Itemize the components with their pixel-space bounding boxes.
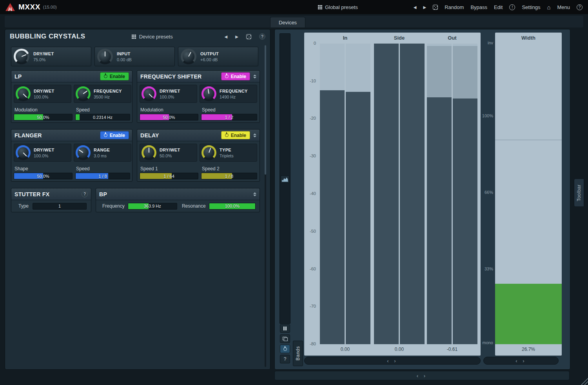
- master-output-knob[interactable]: [181, 49, 196, 64]
- module-stepper[interactable]: [253, 75, 256, 78]
- width-meter-header: Width: [495, 35, 562, 41]
- lp-speed-slider[interactable]: 0.2314 Hz: [75, 114, 130, 120]
- delay-speed2-slider[interactable]: 1 / 8: [201, 173, 257, 179]
- meter-panel: ? Bands In Side Out 0 -10 -20 -30 -40 -5…: [274, 29, 570, 370]
- pause-button[interactable]: [280, 324, 290, 333]
- db-scale-label: -50: [304, 229, 316, 234]
- tab-toolbar-label: Toolbar: [576, 184, 582, 201]
- width-meter-display[interactable]: Width 26.7%: [495, 33, 562, 356]
- edit-button[interactable]: Edit: [494, 4, 503, 10]
- flanger-drywet-knob[interactable]: [16, 145, 31, 160]
- device-presets-button[interactable]: Device presets: [132, 34, 173, 40]
- lp-enable-button[interactable]: Enable: [100, 72, 129, 80]
- lp-frequency-knob[interactable]: [76, 86, 91, 101]
- bottom-scrollbar[interactable]: ‹ ›: [274, 371, 570, 380]
- dice-icon[interactable]: [246, 34, 251, 39]
- bp-frequency-slider[interactable]: 363.9 Hz: [128, 203, 177, 210]
- resize-grip[interactable]: [579, 376, 588, 385]
- tab-toolbar[interactable]: Toolbar: [574, 179, 584, 207]
- help-icon[interactable]: ?: [577, 4, 583, 10]
- scroll-arrows: ‹ ›: [515, 358, 526, 364]
- flanger-enable-button[interactable]: Enable: [100, 131, 129, 139]
- master-output-group: OUTPUT +6.00 dB: [178, 47, 258, 66]
- bp-resonance-slider[interactable]: 100.0%: [209, 203, 256, 210]
- slider-label: Resonance: [182, 203, 206, 209]
- help-icon[interactable]: ?: [259, 33, 265, 40]
- stutter-type-slider[interactable]: 1: [33, 203, 87, 210]
- tab-devices[interactable]: Devices: [270, 17, 305, 27]
- frequency-shifter-module-header[interactable]: FREQUENCY SHIFTER Enable: [137, 71, 260, 82]
- scrollbar-thumb[interactable]: [265, 45, 266, 175]
- bypass-button[interactable]: Bypass: [470, 4, 487, 10]
- bp-module-header[interactable]: BP: [96, 188, 260, 200]
- flanger-range-knob[interactable]: [76, 145, 91, 160]
- width-scale-label: 66%: [481, 190, 493, 195]
- in-peak-readout[interactable]: 0.00: [320, 347, 370, 352]
- module-title: BP: [99, 191, 107, 197]
- frequency-shifter-module: FREQUENCY SHIFTER Enable DRY/WET 100.0%: [137, 70, 260, 123]
- meter-help-button[interactable]: ?: [280, 355, 290, 363]
- delay-type-knob[interactable]: [201, 145, 216, 160]
- module-stepper[interactable]: [253, 133, 256, 137]
- lp-modulation-slider[interactable]: 50.0%: [14, 114, 73, 120]
- master-drywet-knob[interactable]: [14, 49, 29, 64]
- flanger-speed-slider[interactable]: 1 / 8: [75, 173, 130, 179]
- tab-bands[interactable]: Bands: [293, 341, 303, 366]
- stutter-fx-module-header[interactable]: STUTTER FX ?: [11, 188, 91, 200]
- next-device-preset-button[interactable]: ▶: [235, 35, 238, 39]
- fs-modulation-slider[interactable]: 50.0%: [140, 114, 198, 120]
- flanger-shape-slider[interactable]: 50.0%: [14, 173, 73, 179]
- stepper-up-icon: [253, 133, 256, 135]
- fs-frequency-knob[interactable]: [201, 86, 216, 101]
- dice-icon[interactable]: [433, 5, 438, 10]
- device-panel-header: BUBBLING CRYSTALS Device presets ◀ ▶ ?: [5, 29, 270, 44]
- delay-module-header[interactable]: DELAY Enable: [137, 130, 260, 141]
- global-presets-button[interactable]: Global presets: [318, 4, 358, 10]
- previous-preset-button[interactable]: ◀: [414, 5, 417, 9]
- grid-icon: [318, 5, 322, 9]
- module-title: DELAY: [140, 132, 159, 139]
- random-button[interactable]: Random: [445, 4, 464, 10]
- scroll-arrows: ‹ ›: [387, 358, 397, 364]
- next-preset-button[interactable]: ▶: [423, 5, 426, 9]
- lp-drywet-knob[interactable]: [16, 86, 31, 101]
- level-meter-display[interactable]: In Side Out 0 -10 -20 -30 -40 -50 -60 -7…: [304, 33, 481, 356]
- lp-module-header[interactable]: LP Enable: [11, 71, 132, 82]
- side-peak-readout[interactable]: 0.00: [374, 347, 425, 352]
- knob-value: 75.0%: [33, 57, 54, 62]
- width-readout[interactable]: 26.7%: [495, 347, 562, 352]
- module-title: FREQUENCY SHIFTER: [140, 73, 202, 80]
- meter-horizontal-scrollbar[interactable]: ‹ ›: [304, 357, 481, 365]
- module-stepper[interactable]: [253, 192, 256, 196]
- slider-label: Speed: [76, 107, 90, 113]
- app-title: MXXX: [18, 3, 40, 11]
- area-chart-icon[interactable]: [281, 175, 289, 183]
- menu-button[interactable]: Menu: [557, 4, 570, 10]
- delay-speed1-slider[interactable]: 1 / 64: [140, 173, 198, 179]
- device-panel-scrollbar[interactable]: [265, 45, 266, 367]
- collapsed-analyzer-strip[interactable]: [279, 33, 290, 324]
- previous-device-preset-button[interactable]: ◀: [225, 35, 228, 39]
- layout-button[interactable]: [280, 334, 290, 343]
- tab-bar: Devices: [5, 16, 583, 27]
- device-preset-name[interactable]: BUBBLING CRYSTALS: [10, 33, 85, 40]
- delay-drywet-knob[interactable]: [142, 145, 156, 160]
- flanger-module-header[interactable]: FLANGER Enable: [11, 130, 132, 141]
- melda-logo-icon[interactable]: [5, 3, 15, 11]
- width-horizontal-scrollbar[interactable]: ‹ ›: [483, 357, 559, 365]
- fs-drywet-knob[interactable]: [142, 86, 156, 101]
- fs-speed-slider[interactable]: 1 / 2: [201, 114, 257, 120]
- delay-enable-button[interactable]: Enable: [221, 131, 250, 139]
- power-icon: [283, 347, 287, 351]
- out-peak-readout[interactable]: -0.61: [427, 347, 477, 352]
- meter-power-button[interactable]: [280, 345, 290, 353]
- alert-icon[interactable]: !: [509, 4, 515, 10]
- settings-button[interactable]: Settings: [522, 4, 540, 10]
- help-icon[interactable]: ?: [82, 191, 88, 197]
- stepper-down-icon: [253, 195, 256, 196]
- width-marker-line: [495, 140, 562, 140]
- frequency-shifter-enable-button[interactable]: Enable: [221, 72, 250, 80]
- master-input-knob[interactable]: [97, 49, 113, 64]
- home-icon[interactable]: ⌂: [547, 4, 550, 11]
- delay-module: DELAY Enable DRY/WET 50.0%: [137, 129, 260, 182]
